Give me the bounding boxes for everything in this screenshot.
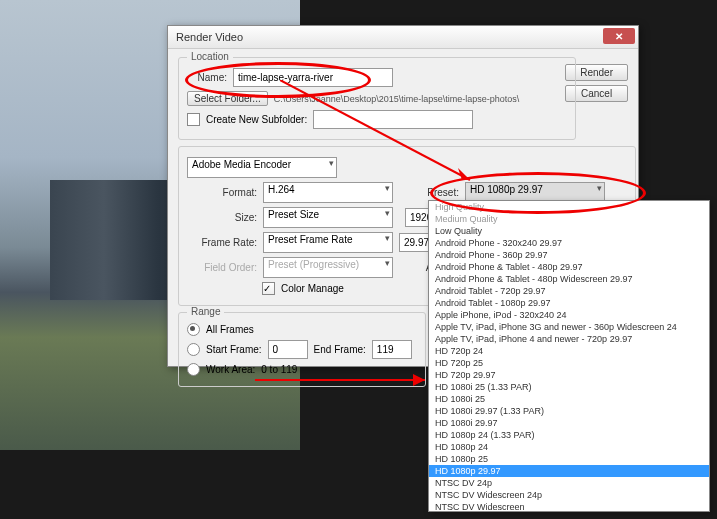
size-label: Size: [187, 212, 257, 223]
preset-option[interactable]: Medium Quality [429, 213, 709, 225]
dialog-titlebar[interactable]: Render Video ✕ [168, 26, 638, 49]
work-area-radio[interactable] [187, 363, 200, 376]
framerate-label: Frame Rate: [187, 237, 257, 248]
name-label: Name: [187, 72, 227, 83]
preset-option[interactable]: Apple TV, iPad, iPhone 4 and newer - 720… [429, 333, 709, 345]
fieldorder-label: Field Order: [187, 262, 257, 273]
preset-dropdown-list[interactable]: High QualityMedium QualityLow QualityAnd… [428, 200, 710, 512]
all-frames-label: All Frames [206, 324, 254, 335]
preset-option[interactable]: HD 1080i 29.97 [429, 417, 709, 429]
preset-option[interactable]: Apple TV, iPad, iPhone 3G and newer - 36… [429, 321, 709, 333]
end-frame-label: End Frame: [314, 344, 366, 355]
format-label: Format: [187, 187, 257, 198]
start-frame-label: Start Frame: [206, 344, 262, 355]
preset-option[interactable]: HD 1080i 25 (1.33 PAR) [429, 381, 709, 393]
preset-option[interactable]: HD 1080i 29.97 (1.33 PAR) [429, 405, 709, 417]
preset-option[interactable]: HD 1080p 29.97 [429, 465, 709, 477]
preset-option[interactable]: HD 720p 24 [429, 345, 709, 357]
preset-option[interactable]: High Quality [429, 201, 709, 213]
range-legend: Range [187, 306, 224, 317]
preset-option[interactable]: NTSC DV Widescreen 24p [429, 489, 709, 501]
framerate-select[interactable]: Preset Frame Rate [263, 232, 393, 253]
encoder-select[interactable]: Adobe Media Encoder [187, 157, 337, 178]
preset-option[interactable]: Android Phone & Tablet - 480p 29.97 [429, 261, 709, 273]
name-input[interactable] [233, 68, 393, 87]
preset-option[interactable]: Android Phone - 360p 29.97 [429, 249, 709, 261]
preset-option[interactable]: Android Phone & Tablet - 480p Widescreen… [429, 273, 709, 285]
preset-option[interactable]: HD 1080i 25 [429, 393, 709, 405]
preset-option[interactable]: HD 1080p 25 [429, 453, 709, 465]
preset-option[interactable]: HD 1080p 24 (1.33 PAR) [429, 429, 709, 441]
range-group: Range All Frames Start Frame: End Frame:… [178, 312, 426, 387]
all-frames-radio[interactable] [187, 323, 200, 336]
preset-option[interactable]: Android Tablet - 1080p 29.97 [429, 297, 709, 309]
location-group: Location Name: Select Folder... C:\Users… [178, 57, 576, 140]
dialog-title: Render Video [176, 31, 243, 43]
preset-option[interactable]: HD 720p 29.97 [429, 369, 709, 381]
preset-option[interactable]: Android Tablet - 720p 29.97 [429, 285, 709, 297]
close-icon[interactable]: ✕ [603, 28, 635, 44]
work-area-value: 0 to 119 [261, 364, 297, 375]
folder-path: C:\Users\Jeanne\Desktop\2015\time-lapse\… [274, 94, 520, 104]
format-select[interactable]: H.264 [263, 182, 393, 203]
color-manage-checkbox[interactable]: ✓ [262, 282, 275, 295]
start-frame-radio[interactable] [187, 343, 200, 356]
location-legend: Location [187, 51, 233, 62]
subfolder-input[interactable] [313, 110, 473, 129]
select-folder-button[interactable]: Select Folder... [187, 91, 268, 106]
size-select[interactable]: Preset Size [263, 207, 393, 228]
preset-option[interactable]: Low Quality [429, 225, 709, 237]
color-manage-label: Color Manage [281, 283, 344, 294]
preset-option[interactable]: NTSC DV 24p [429, 477, 709, 489]
start-frame-input[interactable] [268, 340, 308, 359]
preset-label: Preset: [419, 187, 459, 198]
preset-option[interactable]: NTSC DV Widescreen [429, 501, 709, 512]
preset-option[interactable]: Apple iPhone, iPod - 320x240 24 [429, 309, 709, 321]
fieldorder-select: Preset (Progressive) [263, 257, 393, 278]
create-subfolder-checkbox[interactable] [187, 113, 200, 126]
create-subfolder-label: Create New Subfolder: [206, 114, 307, 125]
end-frame-input[interactable] [372, 340, 412, 359]
preset-option[interactable]: HD 720p 25 [429, 357, 709, 369]
preset-option[interactable]: Android Phone - 320x240 29.97 [429, 237, 709, 249]
preset-option[interactable]: HD 1080p 24 [429, 441, 709, 453]
work-area-label: Work Area: [206, 364, 255, 375]
